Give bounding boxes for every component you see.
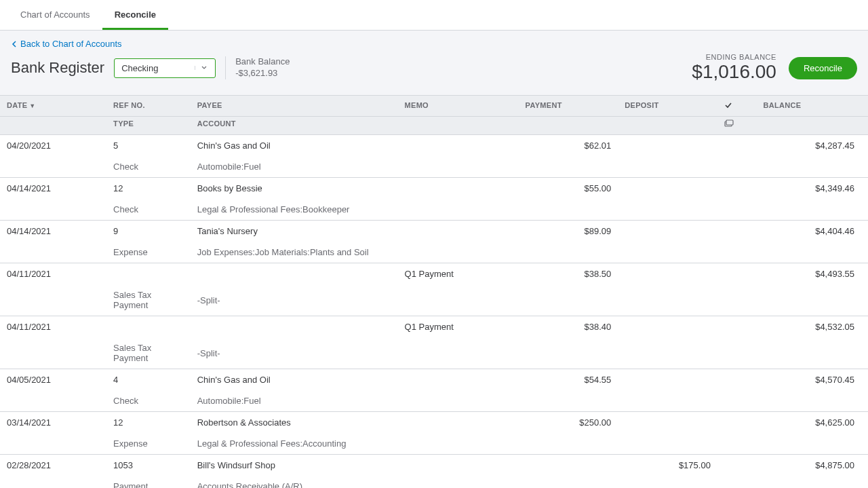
sort-caret-down-icon: ▼ (29, 102, 35, 109)
cell-memo (398, 178, 519, 200)
cell-date: 02/28/2021 (0, 455, 106, 476)
tab-reconcile[interactable]: Reconcile (102, 0, 168, 30)
column-attachments[interactable] (717, 117, 757, 135)
cell-account: Job Expenses:Job Materials:Plants and So… (191, 242, 398, 263)
cell-date: 04/20/2021 (0, 135, 106, 157)
cell-deposit (618, 369, 717, 391)
cell-memo (398, 455, 519, 476)
column-account[interactable]: ACCOUNT (191, 117, 398, 135)
column-type[interactable]: TYPE (106, 117, 191, 135)
bank-balance-label: Bank Balance (235, 56, 290, 68)
ending-balance: ENDING BALANCE $1,016.00 (692, 53, 776, 83)
cell-deposit (618, 412, 717, 434)
cell-payee: Bill's Windsurf Shop (191, 455, 398, 476)
cell-ref: 12 (106, 178, 191, 200)
cell-date: 04/05/2021 (0, 369, 106, 391)
cell-type: Expense (106, 242, 191, 263)
cell-type: Check (106, 199, 191, 221)
cell-deposit (618, 316, 717, 338)
cell-payee: Chin's Gas and Oil (191, 369, 398, 391)
cell-payment: $55.00 (519, 178, 618, 200)
cell-payee: Chin's Gas and Oil (191, 135, 398, 157)
column-ref-no[interactable]: REF NO. (106, 96, 191, 117)
column-deposit[interactable]: DEPOSIT (618, 96, 717, 117)
cell-account: -Split- (191, 284, 398, 316)
cell-deposit (618, 263, 717, 285)
cell-payment: $54.55 (519, 369, 618, 391)
cell-ref (106, 316, 191, 338)
table-row-sub[interactable]: CheckLegal & Professional Fees:Bookkeepe… (0, 199, 868, 221)
cell-reconciled (717, 369, 757, 391)
account-select-value: Checking (121, 63, 158, 73)
cell-reconciled (717, 221, 757, 242)
back-link-label: Back to Chart of Accounts (20, 39, 122, 49)
table-row-sub[interactable]: ExpenseJob Expenses:Job Materials:Plants… (0, 242, 868, 263)
cell-payee: Books by Bessie (191, 178, 398, 200)
table-row[interactable]: 04/20/20215Chin's Gas and Oil$62.01$4,28… (0, 135, 868, 157)
column-memo[interactable]: MEMO (398, 96, 519, 117)
table-row[interactable]: 02/28/20211053Bill's Windsurf Shop$175.0… (0, 455, 868, 476)
cell-type: Check (106, 390, 191, 412)
cell-type: Sales Tax Payment (106, 337, 191, 369)
register-table: DATE▼ REF NO. PAYEE MEMO PAYMENT DEPOSIT… (0, 96, 868, 488)
chevron-left-icon (11, 41, 18, 48)
cell-account: Legal & Professional Fees:Bookkeeper (191, 199, 398, 221)
column-balance[interactable]: BALANCE (757, 96, 869, 117)
cell-account: Accounts Receivable (A/R) (191, 476, 398, 488)
column-payee[interactable]: PAYEE (191, 96, 398, 117)
column-date[interactable]: DATE▼ (0, 96, 106, 117)
cell-payee (191, 263, 398, 285)
cell-date: 04/14/2021 (0, 221, 106, 242)
tab-chart-of-accounts[interactable]: Chart of Accounts (8, 0, 102, 30)
cell-ref: 9 (106, 221, 191, 242)
cell-account: Automobile:Fuel (191, 390, 398, 412)
cell-balance: $4,570.45 (757, 369, 869, 391)
reconcile-button[interactable]: Reconcile (789, 57, 857, 79)
cell-reconciled (717, 455, 757, 476)
cell-type: Payment (106, 476, 191, 488)
cell-balance: $4,349.46 (757, 178, 869, 200)
table-row-sub[interactable]: CheckAutomobile:Fuel (0, 156, 868, 178)
cell-date: 04/11/2021 (0, 263, 106, 285)
table-row[interactable]: 04/14/20219Tania's Nursery$89.09$4,404.4… (0, 221, 868, 242)
table-row-sub[interactable]: Sales Tax Payment-Split- (0, 284, 868, 316)
table-row[interactable]: 04/11/2021Q1 Payment$38.40$4,532.05 (0, 316, 868, 338)
cell-ref: 12 (106, 412, 191, 434)
cell-payment: $38.40 (519, 316, 618, 338)
cell-ref (106, 263, 191, 285)
chevron-down-icon (195, 66, 208, 70)
cell-balance: $4,532.05 (757, 316, 869, 338)
table-row-sub[interactable]: ExpenseLegal & Professional Fees:Account… (0, 433, 868, 455)
cell-memo: Q1 Payment (398, 263, 519, 285)
cell-payee: Tania's Nursery (191, 221, 398, 242)
cell-balance: $4,625.00 (757, 412, 869, 434)
table-row[interactable]: 04/14/202112Books by Bessie$55.00$4,349.… (0, 178, 868, 200)
cell-date: 04/11/2021 (0, 316, 106, 338)
bank-balance: Bank Balance -$3,621.93 (225, 56, 290, 79)
cell-account: Automobile:Fuel (191, 156, 398, 178)
table-row[interactable]: 04/11/2021Q1 Payment$38.50$4,493.55 (0, 263, 868, 285)
checkmark-icon (724, 101, 732, 109)
back-to-chart-link[interactable]: Back to Chart of Accounts (11, 39, 122, 49)
cell-date: 03/14/2021 (0, 412, 106, 434)
account-select[interactable]: Checking (114, 58, 216, 78)
cell-memo (398, 369, 519, 391)
svg-rect-1 (726, 120, 733, 125)
cell-account: Legal & Professional Fees:Accounting (191, 433, 398, 455)
cell-memo (398, 221, 519, 242)
table-row-sub[interactable]: PaymentAccounts Receivable (A/R) (0, 476, 868, 488)
column-reconciled[interactable] (717, 96, 757, 117)
column-payment[interactable]: PAYMENT (519, 96, 618, 117)
table-row[interactable]: 04/05/20214Chin's Gas and Oil$54.55$4,57… (0, 369, 868, 391)
bank-balance-value: -$3,621.93 (235, 68, 290, 79)
table-row[interactable]: 03/14/202112Robertson & Associates$250.0… (0, 412, 868, 434)
cell-payee (191, 316, 398, 338)
cell-payment: $62.01 (519, 135, 618, 157)
table-row-sub[interactable]: CheckAutomobile:Fuel (0, 390, 868, 412)
cell-balance: $4,493.55 (757, 263, 869, 285)
cell-account: -Split- (191, 337, 398, 369)
cell-deposit (618, 221, 717, 242)
table-row-sub[interactable]: Sales Tax Payment-Split- (0, 337, 868, 369)
header-bar: Back to Chart of Accounts Bank Register … (0, 31, 868, 96)
cell-payment (519, 455, 618, 476)
